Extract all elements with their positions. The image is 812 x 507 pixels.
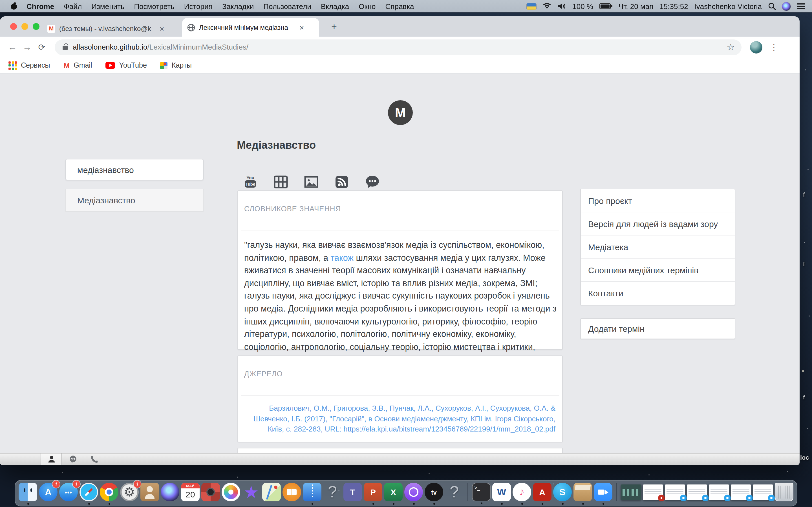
zoom-icon[interactable] bbox=[594, 483, 612, 501]
safari-icon[interactable] bbox=[80, 483, 98, 501]
sidebar-item-accessibility[interactable]: Версія для людей із вадами зору bbox=[581, 212, 735, 235]
minimized-window-thumbnail[interactable] bbox=[753, 485, 773, 500]
phone-icon[interactable] bbox=[84, 453, 105, 465]
menu-bar-clock[interactable]: 15:35:52 bbox=[659, 2, 688, 10]
window-close-button[interactable] bbox=[10, 23, 17, 30]
spotlight-search-icon[interactable] bbox=[768, 2, 776, 10]
chrome-icon[interactable] bbox=[100, 483, 118, 501]
unarchiver-icon[interactable] bbox=[303, 483, 321, 501]
terminal-icon[interactable]: >_ bbox=[472, 483, 491, 501]
forward-icon[interactable]: → bbox=[20, 40, 35, 54]
minimized-window-thumbnail[interactable] bbox=[731, 485, 751, 500]
excel-icon[interactable]: X bbox=[384, 483, 403, 501]
rss-icon[interactable] bbox=[335, 175, 349, 189]
siri-icon[interactable] bbox=[161, 483, 179, 501]
image-icon[interactable] bbox=[304, 175, 319, 189]
menu-item-help[interactable]: Справка bbox=[386, 2, 414, 10]
stuffit-icon[interactable] bbox=[573, 483, 592, 501]
window-zoom-button[interactable] bbox=[33, 23, 40, 30]
term-suggestion-item[interactable]: Медіазнавство bbox=[65, 189, 204, 212]
minimized-window-thumbnail[interactable] bbox=[709, 485, 729, 500]
bookmark-star-icon[interactable]: ☆ bbox=[726, 42, 735, 52]
reload-icon[interactable]: ⟳ bbox=[35, 40, 49, 54]
desktop-file-label[interactable]: f bbox=[803, 191, 805, 198]
new-tab-button[interactable]: + bbox=[327, 20, 341, 34]
term-search-input[interactable] bbox=[65, 159, 204, 180]
maps-icon[interactable] bbox=[262, 483, 281, 501]
desktop-file-label[interactable]: loc bbox=[800, 454, 809, 461]
hangouts-icon[interactable] bbox=[62, 453, 84, 465]
menu-bar-date[interactable]: Чт, 20 мая bbox=[619, 2, 653, 10]
powerpoint-icon[interactable]: P bbox=[364, 483, 382, 501]
unknown-app-icon[interactable]: ? bbox=[323, 483, 342, 501]
tab-gmail[interactable]: M (без темы) - v.ivashchenko@k × bbox=[44, 20, 178, 37]
menu-item-users[interactable]: Пользователи bbox=[263, 2, 311, 10]
minimized-window-thumbnail[interactable] bbox=[665, 485, 685, 500]
tab-lexical-minimum[interactable]: Лексичний мінімум медіазна × bbox=[182, 18, 319, 37]
menu-item-view[interactable]: Посмотреть bbox=[134, 2, 174, 10]
wifi-icon[interactable] bbox=[543, 3, 552, 10]
skype-icon[interactable]: S bbox=[553, 483, 572, 501]
system-preferences-icon[interactable]: ⚙1 bbox=[120, 483, 139, 501]
sidebar-item-dictionaries[interactable]: Словники медійних термінів bbox=[581, 259, 735, 282]
menu-item-window[interactable]: Окно bbox=[359, 2, 375, 10]
sidebar-item-about[interactable]: Про проєкт bbox=[581, 189, 735, 212]
photo-booth-icon[interactable] bbox=[201, 483, 220, 501]
minimized-window-thumbnail[interactable] bbox=[643, 485, 663, 500]
profile-avatar[interactable] bbox=[750, 41, 762, 53]
menu-item-bookmarks[interactable]: Закладки bbox=[222, 2, 254, 10]
bookmark-youtube[interactable]: YouTube bbox=[106, 61, 147, 69]
tab-close-icon[interactable]: × bbox=[160, 24, 164, 33]
bookmark-maps[interactable]: Карты bbox=[160, 61, 192, 69]
contacts-icon[interactable] bbox=[140, 483, 159, 501]
fast-user-switch[interactable]: Ivashchenko Victoria bbox=[695, 2, 762, 10]
calendar-icon[interactable]: МАЙ20 bbox=[181, 483, 200, 501]
desktop-file-label[interactable]: f bbox=[803, 394, 805, 400]
teams-icon[interactable]: T bbox=[343, 483, 362, 501]
app-store-icon[interactable]: A1 bbox=[39, 483, 57, 501]
unknown-app-icon[interactable]: ? bbox=[445, 483, 463, 501]
minimized-window-thumbnail[interactable] bbox=[687, 485, 707, 500]
film-icon[interactable] bbox=[273, 175, 288, 189]
bookmark-gmail[interactable]: M Gmail bbox=[64, 61, 92, 69]
sidebar-item-mediateka[interactable]: Медіатека bbox=[581, 235, 735, 259]
source-citation-link[interactable]: Барзилович, О.М., Григорова, З.В., Пунча… bbox=[246, 403, 555, 435]
minimized-window-thumbnail[interactable] bbox=[621, 485, 641, 500]
back-icon[interactable]: ← bbox=[5, 40, 20, 54]
imovie-icon[interactable]: ★ bbox=[242, 483, 260, 501]
citation-url[interactable]: https://ela.kpi.ua/bitstream/123456789/2… bbox=[343, 425, 555, 433]
tab-close-icon[interactable]: × bbox=[299, 23, 304, 31]
add-term-button[interactable]: Додати термін bbox=[580, 318, 735, 339]
podcasts-icon[interactable] bbox=[404, 483, 423, 501]
menu-app-name[interactable]: Chrome bbox=[27, 2, 54, 10]
input-source-flag-icon[interactable] bbox=[527, 3, 536, 9]
omnibox[interactable]: allasolonenko.github.io/LexicalMinimumMe… bbox=[55, 39, 742, 55]
finder-icon[interactable] bbox=[18, 483, 37, 501]
inline-term-link[interactable]: також bbox=[331, 252, 354, 262]
menu-item-history[interactable]: История bbox=[184, 2, 213, 10]
apple-menu-icon[interactable] bbox=[11, 3, 17, 10]
apple-tv-icon[interactable]: tv bbox=[424, 483, 443, 501]
lock-icon[interactable] bbox=[63, 46, 68, 50]
youtube-icon[interactable]: YouTube bbox=[243, 175, 258, 189]
trash-icon[interactable] bbox=[775, 483, 794, 501]
notification-center-icon[interactable] bbox=[797, 3, 805, 9]
word-icon[interactable]: W bbox=[492, 483, 511, 501]
menu-item-edit[interactable]: Изменить bbox=[91, 2, 124, 10]
menu-item-tab[interactable]: Вкладка bbox=[321, 2, 349, 10]
photos-icon[interactable] bbox=[221, 483, 240, 501]
books-icon[interactable] bbox=[283, 483, 301, 501]
sidebar-item-contacts[interactable]: Контакти bbox=[581, 282, 735, 305]
desktop-file-label[interactable]: f bbox=[803, 261, 805, 267]
comments-icon[interactable] bbox=[365, 175, 379, 189]
volume-icon[interactable] bbox=[558, 3, 566, 10]
window-minimize-button[interactable] bbox=[21, 23, 28, 30]
bookmark-services[interactable]: Сервисы bbox=[8, 61, 50, 69]
chrome-menu-icon[interactable]: ⋮ bbox=[770, 42, 778, 52]
music-icon[interactable]: ♪ bbox=[513, 483, 531, 501]
messages-icon[interactable]: •••1 bbox=[59, 483, 78, 501]
siri-icon[interactable] bbox=[782, 2, 791, 10]
acrobat-icon[interactable]: A bbox=[533, 483, 552, 501]
menu-item-file[interactable]: Файл bbox=[64, 2, 82, 10]
contacts-person-icon[interactable] bbox=[41, 453, 62, 465]
